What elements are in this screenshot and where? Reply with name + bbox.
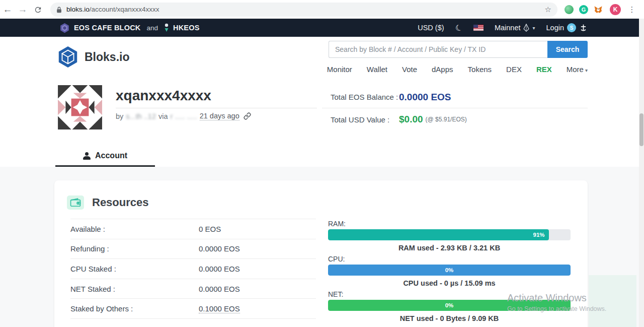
activate-windows-subtext: Go to Settings to activate Windows. — [507, 305, 606, 312]
account-avatar — [57, 84, 103, 130]
nav-tokens[interactable]: Tokens — [468, 65, 492, 74]
scrollbar-track[interactable] — [639, 19, 644, 327]
nav-rex[interactable]: REX — [536, 65, 552, 74]
network-caret-icon: ▾ — [532, 25, 535, 31]
usd-rate: (@ $5.91/EOS) — [426, 116, 467, 123]
url-text: bloks.io/account/xqanxxx4xxxx — [66, 6, 159, 13]
bloks-cube-icon — [56, 45, 79, 69]
bloks-logo-text: Bloks.io — [85, 50, 129, 64]
person-icon — [83, 152, 91, 160]
brand-conjunction: and — [147, 24, 158, 32]
tabs-row: Account — [0, 146, 644, 167]
nav-vote[interactable]: Vote — [402, 65, 417, 74]
language-flag-icon[interactable] — [473, 25, 484, 31]
scatter-wallet-icon[interactable]: S — [567, 23, 576, 32]
idm-extension-icon[interactable] — [565, 5, 574, 14]
total-eos-balance-row: Total EOS Balance : 0.0000 EOS — [322, 86, 588, 108]
extensions-area: G — [565, 5, 603, 14]
browser-menu-button[interactable]: ⋮ — [627, 5, 637, 14]
dark-mode-toggle-icon[interactable]: ☾ — [454, 22, 464, 34]
nav-dex[interactable]: DEX — [506, 65, 522, 74]
usd-label: Total USD Value : — [322, 115, 399, 124]
login-button[interactable]: Login S — [546, 23, 588, 32]
lock-icon — [56, 6, 62, 13]
table-row-cpu-staked: CPU Staked :0.0000 EOS — [70, 259, 316, 279]
name-divider — [116, 108, 317, 108]
net-caption: NET used - 0 Bytes / 9.09 KB — [328, 314, 571, 322]
cpu-bar-fill: 0% — [328, 265, 571, 276]
site-header: Bloks.io Search Monitor Wallet Vote dApp… — [0, 37, 644, 78]
table-row-staked-by-others: Staked by Others :0.1000 EOS — [70, 299, 316, 319]
total-usd-value-row: Total USD Value : $0.00 (@ $5.91/EOS) — [322, 108, 588, 130]
browser-profile-avatar[interactable]: K — [610, 4, 621, 15]
more-caret-icon: ▾ — [585, 68, 588, 73]
resources-table: Available :0 EOS Refunding :0.0000 EOS C… — [70, 219, 316, 325]
address-bar[interactable]: bloks.io/account/xqanxxx4xxxx ☆ — [50, 3, 557, 17]
highlight-panel — [589, 275, 636, 327]
resources-title: Resources — [92, 196, 149, 209]
cpu-caption: CPU used - 0 µs / 15.09 ms — [328, 279, 571, 287]
eoscafe-logo-icon — [59, 23, 70, 33]
brand-eoscafe[interactable]: EOS CAFE BLOCK — [74, 24, 141, 32]
nav-monitor[interactable]: Monitor — [327, 65, 352, 74]
balance-value: 0.0000 EOS — [399, 92, 451, 103]
browser-toolbar: ← → bloks.io/account/xqanxxx4xxxx ☆ G K … — [0, 0, 644, 19]
table-row-net-staked: NET Staked :0.0000 EOS — [70, 279, 316, 299]
ram-bar-fill: 91% — [328, 229, 549, 240]
anchor-wallet-icon[interactable] — [579, 24, 588, 32]
forward-button[interactable]: → — [15, 4, 30, 15]
account-age[interactable]: 21 days ago — [200, 112, 239, 120]
creator-account-redacted[interactable]: s...th ..12 — [126, 112, 156, 120]
search-row: Search — [329, 41, 588, 58]
tab-account[interactable]: Account — [55, 146, 155, 167]
wallet-icon — [67, 195, 84, 210]
cpu-bar-group: CPU: 0% CPU used - 0 µs / 15.09 ms — [328, 255, 571, 287]
site-topbar: EOS CAFE BLOCK and HKEOS USD ($) ☾ Mainn… — [0, 19, 644, 37]
table-row-available: Available :0 EOS — [70, 219, 316, 239]
balance-label: Total EOS Balance : — [322, 93, 399, 101]
network-selector[interactable]: Mainnet ▾ — [495, 24, 535, 32]
link-icon[interactable] — [244, 112, 251, 120]
search-button[interactable]: Search — [547, 41, 588, 58]
resources-header: Resources — [54, 180, 588, 219]
ram-bar-track: 91% — [328, 229, 571, 240]
account-byline: by s...th ..12 via r ..... ..... 21 days… — [116, 112, 251, 120]
topbar-brands: EOS CAFE BLOCK and HKEOS — [59, 23, 200, 33]
table-row-refunding: Refunding :0.0000 EOS — [70, 239, 316, 259]
via-account-redacted[interactable]: r ..... ..... — [171, 112, 197, 120]
reload-icon — [34, 6, 42, 14]
reload-button[interactable] — [30, 4, 45, 15]
search-input[interactable] — [329, 41, 547, 58]
nav-wallet[interactable]: Wallet — [367, 65, 387, 74]
scrollbar-thumb[interactable] — [639, 113, 643, 146]
ram-caption: RAM used - 2.93 KB / 3.21 KB — [328, 244, 571, 252]
account-section: xqanxxx4xxxx by s...th ..12 via r ..... … — [0, 78, 644, 146]
nav-more[interactable]: More▾ — [567, 65, 588, 74]
hkeos-logo-icon — [164, 23, 169, 33]
nav-dapps[interactable]: dApps — [432, 65, 453, 74]
ram-bar-group: RAM: 91% RAM used - 2.93 KB / 3.21 KB — [328, 220, 571, 252]
bookmark-star-icon[interactable]: ☆ — [545, 5, 551, 14]
eos-network-icon — [523, 24, 529, 32]
currency-selector[interactable]: USD ($) — [418, 24, 444, 32]
activate-windows-watermark: Activate Windows — [507, 292, 587, 304]
cpu-bar-track: 0% — [328, 265, 571, 276]
account-name: xqanxxx4xxxx — [116, 88, 211, 104]
usd-value: $0.00 — [399, 114, 423, 125]
brand-hkeos[interactable]: HKEOS — [173, 24, 200, 32]
topbar-controls: USD ($) ☾ Mainnet ▾ Login S — [418, 23, 588, 33]
back-button[interactable]: ← — [0, 4, 15, 15]
grammarly-extension-icon[interactable]: G — [579, 5, 588, 14]
main-nav: Monitor Wallet Vote dApps Tokens DEX REX… — [327, 65, 588, 74]
bloks-logo[interactable]: Bloks.io — [56, 45, 129, 69]
metamask-extension-icon[interactable] — [594, 5, 603, 14]
